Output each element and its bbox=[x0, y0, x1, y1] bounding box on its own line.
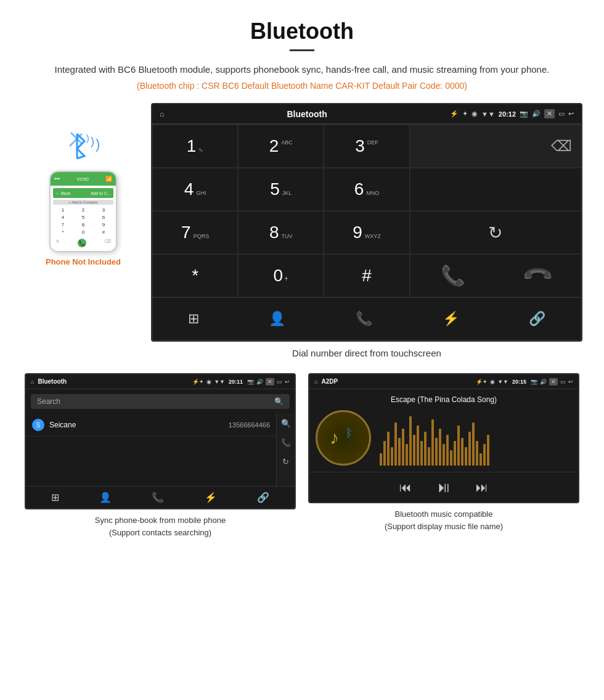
main-area: ) ) ) ••• VOID 📶 ← Back bbox=[0, 97, 604, 364]
pb-location-icon: ◉ bbox=[206, 379, 211, 385]
mu-location-icon: ◉ bbox=[490, 379, 495, 385]
pb-caption-line2: (Support contacts searching) bbox=[109, 528, 211, 537]
pb-right-icons: 🔍 📞 ↻ bbox=[276, 414, 295, 486]
music-item: ⌂ A2DP ⚡ ✦ ◉ ▼▼ 20:15 📷 🔊 ✕ ▭ ↩ Escape (… bbox=[302, 373, 586, 538]
svg-text:): ) bbox=[91, 135, 94, 147]
phonebook-item: ⌂ Bluetooth ⚡ ✦ ◉ ▼▼ 20:11 📷 🔊 ✕ ▭ ↩ bbox=[18, 373, 302, 538]
time-display: 20:12 bbox=[499, 110, 516, 118]
location-icon: ◉ bbox=[471, 110, 478, 118]
dial-key-5[interactable]: 5 JKL bbox=[238, 168, 324, 211]
phone-top-bar: ••• VOID 📶 bbox=[51, 172, 116, 186]
bluetooth-status-icon: ✦ bbox=[462, 110, 468, 118]
status-bar-left: ⌂ bbox=[160, 110, 164, 118]
pb-status-right: ✦ ◉ ▼▼ 20:11 📷 🔊 ✕ ▭ ↩ bbox=[199, 378, 290, 385]
pb-camera-icon: 📷 bbox=[247, 379, 254, 385]
mu-caption-line2: (Support display music file name) bbox=[385, 522, 503, 531]
album-art: ♪ ᛒ bbox=[316, 410, 371, 466]
contacts-icon[interactable]: 👤 bbox=[269, 311, 285, 327]
phone-icon[interactable]: 📞 bbox=[356, 311, 372, 327]
pb-search-icon-right[interactable]: 🔍 bbox=[281, 419, 291, 428]
end-call-button[interactable]: 📞 bbox=[521, 258, 555, 292]
contact-list-empty bbox=[26, 437, 276, 486]
phone-action-row: ✕ 📞 ⌫ bbox=[53, 237, 113, 249]
svg-text:): ) bbox=[96, 136, 100, 152]
mu-window-icon[interactable]: ▭ bbox=[560, 379, 566, 385]
search-bar[interactable]: Search 🔍 bbox=[31, 394, 290, 409]
window-icon[interactable]: ▭ bbox=[558, 110, 565, 118]
dialpad-icon[interactable]: ⊞ bbox=[188, 311, 199, 327]
mu-back-icon[interactable]: ↩ bbox=[568, 379, 573, 385]
signal-icon: ▼▼ bbox=[481, 110, 495, 118]
redial-button[interactable]: ↻ bbox=[410, 211, 581, 254]
camera-icon: 📷 bbox=[520, 110, 528, 118]
contact-name: Seicane bbox=[49, 421, 76, 429]
dial-key-6[interactable]: 6 MNO bbox=[324, 168, 409, 211]
mu-status-right: ✦ ◉ ▼▼ 20:15 📷 🔊 ✕ ▭ ↩ bbox=[483, 378, 573, 385]
pb-dialpad-icon[interactable]: ⊞ bbox=[51, 492, 59, 503]
song-title: Escape (The Pina Colada Song) bbox=[391, 395, 497, 404]
rewind-button[interactable]: ⏮ bbox=[399, 480, 412, 495]
dial-grid: 1 ∿ 2 ABC 3 DEF bbox=[152, 124, 581, 340]
music-main-content: ♪ ᛒ bbox=[316, 410, 572, 466]
contact-row-seicane[interactable]: S Seicane 13566664466 bbox=[26, 414, 276, 437]
fast-forward-button[interactable]: ⏭ bbox=[476, 480, 488, 495]
dial-status-bar: ⌂ Bluetooth ⚡ ✦ ◉ ▼▼ 20:12 📷 🔊 ✕ ▭ ↩ bbox=[152, 104, 581, 124]
contact-list: S Seicane 13566664466 🔍 📞 ↻ bbox=[26, 414, 295, 486]
pb-bt-action-icon[interactable]: ⚡ bbox=[205, 492, 217, 503]
dial-key-1[interactable]: 1 ∿ bbox=[152, 125, 238, 168]
play-pause-button[interactable]: ⏯ bbox=[436, 479, 451, 496]
header-description: Integrated with BC6 Bluetooth module, su… bbox=[37, 62, 567, 77]
music-controls: ⏮ ⏯ ⏭ bbox=[309, 472, 578, 502]
dial-key-2[interactable]: 2 ABC bbox=[238, 125, 324, 168]
bluetooth-icon[interactable]: ⚡ bbox=[443, 311, 459, 327]
pb-person-icon[interactable]: 👤 bbox=[99, 492, 112, 503]
pb-close-icon[interactable]: ✕ bbox=[266, 378, 274, 385]
pb-window-icon[interactable]: ▭ bbox=[277, 379, 282, 385]
mu-bt-icon: ✦ bbox=[483, 379, 488, 385]
dial-key-hash[interactable]: # bbox=[324, 254, 409, 297]
dial-key-8[interactable]: 8 TUV bbox=[238, 211, 324, 254]
mu-home-icon[interactable]: ⌂ bbox=[314, 379, 317, 385]
dial-screen: ⌂ Bluetooth ⚡ ✦ ◉ ▼▼ 20:12 📷 🔊 ✕ ▭ ↩ bbox=[151, 103, 582, 342]
pb-phone-icon[interactable]: 📞 bbox=[152, 492, 164, 503]
dial-key-0[interactable]: 0 + bbox=[238, 254, 324, 297]
status-bar-right: ⚡ ✦ ◉ ▼▼ 20:12 📷 🔊 ✕ ▭ ↩ bbox=[450, 109, 574, 118]
music-caption: Bluetooth music compatible (Support disp… bbox=[385, 508, 503, 532]
pb-volume-icon: 🔊 bbox=[256, 379, 263, 385]
answer-call-button[interactable]: 📞 bbox=[441, 264, 465, 287]
mu-volume-icon: 🔊 bbox=[540, 379, 547, 385]
pb-link-action-icon[interactable]: 🔗 bbox=[257, 492, 269, 503]
dial-key-3[interactable]: 3 DEF bbox=[324, 125, 409, 168]
dial-key-4[interactable]: 4 GHI bbox=[152, 168, 238, 211]
mu-usb-icon: ⚡ bbox=[476, 379, 483, 385]
bluetooth-icon-area: ) ) ) bbox=[59, 128, 108, 165]
phonebook-body: Search 🔍 S Seicane 13566664466 bbox=[26, 394, 295, 508]
dial-key-9[interactable]: 9 WXYZ bbox=[324, 211, 409, 254]
page-header: Bluetooth Integrated with BC6 Bluetooth … bbox=[0, 0, 604, 97]
backspace-button[interactable]: ⌫ bbox=[551, 138, 572, 155]
music-content-area: Escape (The Pina Colada Song) ♪ ᛒ bbox=[309, 389, 578, 472]
phone-mockup: ••• VOID 📶 ← Back Add to C... + Add to C… bbox=[49, 171, 117, 252]
music-status-bar: ⌂ A2DP ⚡ ✦ ◉ ▼▼ 20:15 📷 🔊 ✕ ▭ ↩ bbox=[309, 374, 578, 389]
dial-key-7[interactable]: 7 PQRS bbox=[152, 211, 238, 254]
phonebook-status-bar: ⌂ Bluetooth ⚡ ✦ ◉ ▼▼ 20:11 📷 🔊 ✕ ▭ ↩ bbox=[26, 374, 295, 389]
close-icon[interactable]: ✕ bbox=[544, 109, 555, 118]
svg-text:): ) bbox=[86, 133, 89, 143]
pb-home-icon[interactable]: ⌂ bbox=[31, 379, 34, 385]
dial-screen-caption: Dial number direct from touchscreen bbox=[292, 348, 441, 358]
link-icon[interactable]: 🔗 bbox=[529, 311, 545, 327]
mu-close-icon[interactable]: ✕ bbox=[549, 378, 558, 385]
phone-screen: ← Back Add to C... + Add to Contacts 123… bbox=[51, 186, 116, 251]
page-title: Bluetooth bbox=[37, 19, 567, 44]
back-icon[interactable]: ↩ bbox=[568, 110, 574, 118]
dial-key-star[interactable]: * bbox=[152, 254, 238, 297]
dial-right-row2 bbox=[410, 168, 581, 211]
pb-call-icon-right[interactable]: 📞 bbox=[281, 438, 291, 447]
pb-refresh-icon-right[interactable]: ↻ bbox=[282, 457, 289, 466]
pb-time: 20:11 bbox=[229, 379, 243, 385]
pb-back-icon[interactable]: ↩ bbox=[285, 379, 290, 385]
search-icon[interactable]: 🔍 bbox=[274, 397, 284, 406]
pb-signal: ▼▼ bbox=[214, 379, 225, 385]
mu-caption-line1: Bluetooth music compatible bbox=[395, 509, 493, 519]
home-icon[interactable]: ⌂ bbox=[160, 110, 164, 118]
